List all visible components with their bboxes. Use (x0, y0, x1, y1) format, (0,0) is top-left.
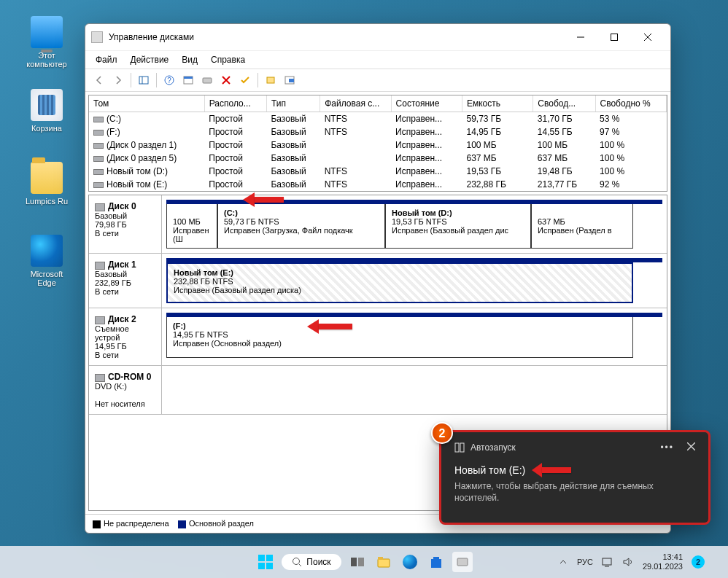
help-button[interactable]: ? (160, 72, 178, 88)
column-header[interactable]: Файловая с... (320, 95, 391, 112)
forward-button[interactable] (109, 72, 127, 88)
svg-rect-9 (184, 77, 193, 79)
autoplay-notification[interactable]: 2 Автозапуск ••• Новый том (E:) Нажмите,… (439, 430, 710, 525)
recycle-icon (31, 89, 63, 121)
column-header[interactable]: Располо... (204, 95, 266, 112)
menubar: Файл Действие Вид Справка (85, 50, 670, 69)
taskbar: Поиск РУС 13:41 29.01.2023 2 (0, 546, 728, 578)
svg-rect-32 (603, 558, 611, 565)
pc-icon (31, 16, 63, 48)
search-icon (292, 557, 302, 567)
menu-file[interactable]: Файл (90, 52, 123, 67)
task-view[interactable] (347, 552, 368, 572)
partition[interactable]: Новый том (D:)19,53 ГБ NTFSИсправен (Баз… (385, 204, 531, 249)
desktop-icon-this-pc[interactable]: Этот компьютер (20, 16, 73, 69)
volume-row[interactable]: (F:)ПростойБазовыйNTFSИсправен...14,95 Г… (89, 125, 667, 138)
partition[interactable]: Новый том (E:)232,88 ГБ NTFSИсправен (Ба… (166, 262, 633, 303)
partition[interactable]: 100 МБИсправен (Ш (166, 204, 217, 249)
svg-rect-1 (611, 34, 618, 41)
svg-rect-16 (455, 443, 459, 452)
start-button[interactable] (255, 552, 276, 572)
svg-rect-20 (258, 555, 265, 561)
delete-button[interactable] (217, 72, 235, 88)
notification-body: Нажмите, чтобы выбрать действие для съем… (454, 480, 695, 504)
column-header[interactable]: Тип (266, 95, 320, 112)
partition[interactable]: 637 МБИсправен (Раздел в (531, 204, 633, 249)
diskmgmt-taskbar-icon[interactable] (452, 552, 473, 572)
annotation-arrow (533, 463, 571, 477)
notification-app: Автозапуск (471, 442, 516, 453)
minimize-button[interactable] (564, 26, 597, 49)
explorer-icon[interactable] (373, 552, 394, 572)
svg-rect-27 (358, 558, 364, 566)
svg-rect-10 (203, 78, 212, 83)
close-notification[interactable] (687, 442, 695, 453)
svg-rect-26 (351, 558, 357, 566)
folder-icon (31, 162, 63, 194)
volume-row[interactable]: (C:)ПростойБазовыйNTFSИсправен...59,73 Г… (89, 112, 667, 126)
toolbar-icon[interactable] (135, 72, 152, 88)
check-button[interactable] (236, 72, 254, 88)
toolbar-icon[interactable] (198, 72, 216, 88)
toolbar-icon[interactable] (262, 72, 279, 88)
app-icon (91, 31, 103, 43)
volume-icon[interactable] (622, 557, 634, 567)
disk-info[interactable]: Диск 0Базовый79,98 ГБВ сети (89, 195, 162, 253)
volume-row[interactable]: (Диск 0 раздел 5)ПростойБазовыйИсправен.… (89, 152, 667, 165)
disk-row: Диск 0Базовый79,98 ГБВ сети100 МБИсправе… (89, 195, 667, 254)
svg-rect-30 (431, 559, 441, 568)
edge-taskbar-icon[interactable] (400, 552, 420, 572)
disk-info[interactable]: Диск 2Съемное устрой14,95 ГБВ сети (89, 308, 162, 365)
svg-rect-29 (378, 557, 383, 560)
close-button[interactable] (631, 26, 665, 49)
taskbar-search[interactable]: Поиск (282, 554, 341, 570)
menu-view[interactable]: Вид (176, 52, 204, 67)
svg-rect-15 (289, 79, 294, 82)
volume-row[interactable]: (Диск 0 раздел 1)ПростойБазовыйИсправен.… (89, 138, 667, 152)
column-header[interactable]: Свободно % (595, 95, 666, 112)
column-header[interactable]: Состояние (391, 95, 462, 112)
window-title: Управление дисками (109, 32, 564, 42)
titlebar[interactable]: Управление дисками (85, 24, 670, 50)
volume-row[interactable]: Новый том (D:)ПростойБазовыйNTFSИсправен… (89, 165, 667, 178)
column-header[interactable]: Свобод... (533, 95, 595, 112)
language-indicator[interactable]: РУС (577, 558, 593, 566)
notification-title: Новый том (E:) (454, 464, 525, 476)
desktop-icon-recycle[interactable]: Корзина (20, 89, 73, 133)
autoplay-icon (454, 442, 465, 453)
toolbar-icon[interactable] (179, 72, 197, 88)
store-icon[interactable] (426, 552, 446, 572)
clock[interactable]: 13:41 29.01.2023 (643, 552, 683, 571)
step-badge: 2 (431, 422, 453, 444)
column-header[interactable]: Том (89, 95, 204, 112)
disk-row: Диск 1Базовый232,89 ГБВ сетиНовый том (E… (89, 254, 667, 308)
volume-row[interactable]: Новый том (E:)ПростойБазовыйNTFSИсправен… (89, 178, 667, 191)
partition[interactable]: (F:)14,95 ГБ NTFSИсправен (Основной разд… (166, 317, 633, 358)
desktop-icon-edge[interactable]: Microsoft Edge (20, 235, 73, 287)
toolbar-icon[interactable] (281, 72, 298, 88)
svg-point-24 (293, 558, 300, 565)
network-icon[interactable] (602, 557, 613, 567)
disk-info[interactable]: Диск 1Базовый232,89 ГБВ сети (89, 254, 162, 308)
desktop-icon-folder[interactable]: Lumpics Ru (20, 162, 73, 206)
svg-text:?: ? (167, 77, 171, 85)
partition[interactable]: (C:)59,73 ГБ NTFSИсправен (Загрузка, Фай… (217, 204, 385, 249)
svg-rect-21 (266, 555, 273, 561)
svg-line-25 (299, 564, 301, 566)
volume-list: ТомРасполо...ТипФайловая с...СостояниеЕм… (88, 95, 667, 192)
svg-rect-22 (258, 563, 265, 569)
menu-action[interactable]: Действие (125, 52, 175, 67)
back-button[interactable] (90, 72, 108, 88)
disk-row: Диск 2Съемное устрой14,95 ГБВ сети(F:)14… (89, 308, 667, 366)
svg-rect-23 (266, 563, 273, 569)
chevron-up-icon[interactable] (558, 557, 568, 567)
notification-count[interactable]: 2 (692, 555, 705, 569)
column-header[interactable]: Емкость (462, 95, 533, 112)
svg-rect-13 (267, 77, 274, 83)
menu-help[interactable]: Справка (205, 52, 251, 67)
toolbar: ? (85, 69, 670, 92)
disk-info[interactable]: CD-ROM 0DVD (K:)Нет носителя (89, 366, 162, 414)
svg-rect-4 (139, 77, 148, 84)
maximize-button[interactable] (597, 26, 631, 49)
more-button[interactable]: ••• (660, 442, 674, 453)
